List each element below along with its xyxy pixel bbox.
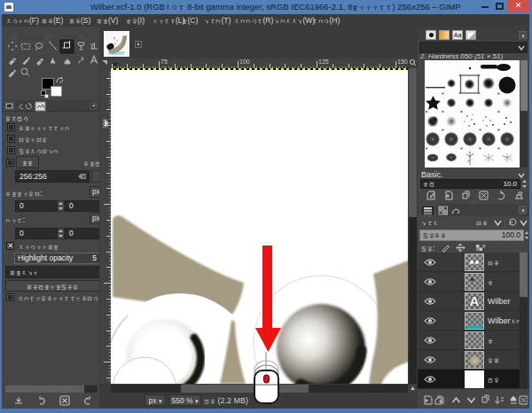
svg-text:Wilber: Wilber: [108, 50, 125, 56]
